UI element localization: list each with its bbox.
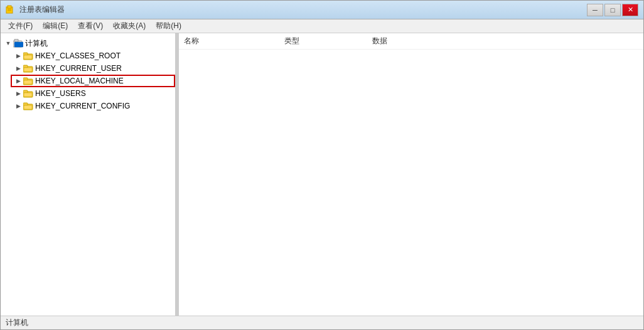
title-bar: 注册表编辑器 ─ □ ✕ — [1, 1, 643, 19]
tree-node-hkcu[interactable]: ▶ HKEY_CURRENT_USER — [11, 62, 175, 75]
status-text: 计算机 — [6, 317, 28, 328]
expand-hkcr-icon[interactable]: ▶ — [13, 51, 23, 61]
svg-rect-1 — [8, 6, 11, 8]
detail-panel: 名称 类型 数据 — [179, 33, 643, 316]
svg-rect-12 — [24, 68, 32, 72]
computer-folder-icon — [13, 39, 23, 48]
tree-node-hkcc[interactable]: ▶ HKEY_CURRENT_CONFIG — [11, 100, 175, 112]
expand-computer-icon[interactable]: ▼ — [3, 38, 13, 48]
col-type: 类型 — [284, 36, 372, 46]
svg-rect-21 — [24, 105, 32, 109]
svg-rect-6 — [14, 42, 23, 47]
minimize-button[interactable]: ─ — [587, 4, 603, 16]
tree-node-hkcr[interactable]: ▶ HKEY_CLASSES_ROOT — [11, 50, 175, 62]
folder-hkcr-icon — [23, 51, 33, 60]
hku-label: HKEY_USERS — [35, 89, 86, 98]
hkcr-label: HKEY_CLASSES_ROOT — [35, 51, 121, 60]
hkcu-label: HKEY_CURRENT_USER — [35, 64, 122, 73]
title-bar-left: 注册表编辑器 — [6, 4, 65, 15]
svg-rect-14 — [23, 78, 28, 80]
tree-panel: ▼ 计算机 ▶ — [1, 33, 176, 316]
title-bar-controls: ─ □ ✕ — [587, 4, 638, 16]
menu-favorites[interactable]: 收藏夹(A) — [108, 19, 151, 33]
main-content: ▼ 计算机 ▶ — [1, 33, 643, 316]
svg-rect-17 — [23, 90, 28, 93]
expand-hkcu-icon[interactable]: ▶ — [13, 63, 23, 73]
menu-view[interactable]: 查看(V) — [73, 19, 108, 33]
folder-hklm-icon — [23, 77, 33, 85]
menu-file[interactable]: 文件(F) — [3, 19, 38, 33]
regedit-icon — [6, 5, 16, 15]
window-title: 注册表编辑器 — [19, 4, 65, 15]
svg-rect-20 — [23, 103, 28, 105]
menu-edit[interactable]: 编辑(E) — [38, 19, 73, 33]
svg-rect-11 — [23, 65, 28, 68]
menu-help[interactable]: 帮助(H) — [151, 19, 186, 33]
close-button[interactable]: ✕ — [622, 4, 638, 16]
expand-hkcc-icon[interactable]: ▶ — [13, 101, 23, 111]
detail-header: 名称 类型 数据 — [179, 33, 643, 50]
folder-hkcu-icon — [23, 64, 33, 73]
tree-root: ▼ 计算机 ▶ — [1, 36, 175, 114]
tree-node-hklm[interactable]: ▶ HKEY_LOCAL_MACHINE — [11, 75, 175, 87]
menu-bar: 文件(F) 编辑(E) 查看(V) 收藏夹(A) 帮助(H) — [1, 19, 643, 33]
expand-hku-icon[interactable]: ▶ — [13, 88, 23, 98]
col-data: 数据 — [372, 36, 638, 46]
tree-node-computer[interactable]: ▼ 计算机 — [1, 37, 175, 50]
svg-rect-9 — [24, 55, 32, 59]
folder-hku-icon — [23, 89, 33, 98]
main-window: 注册表编辑器 ─ □ ✕ 文件(F) 编辑(E) 查看(V) 收藏夹(A) 帮助… — [0, 0, 644, 330]
maximize-button[interactable]: □ — [604, 4, 621, 16]
hklm-label: HKEY_LOCAL_MACHINE — [35, 77, 124, 85]
svg-rect-15 — [24, 80, 32, 84]
folder-hkcc-icon — [23, 102, 33, 110]
svg-rect-18 — [24, 93, 32, 97]
tree-node-hku[interactable]: ▶ HKEY_USERS — [11, 87, 175, 100]
tree-children: ▶ HKEY_CLASSES_ROOT ▶ — [11, 50, 175, 112]
expand-hklm-icon[interactable]: ▶ — [13, 76, 23, 86]
svg-rect-8 — [23, 53, 28, 55]
col-name: 名称 — [184, 36, 284, 46]
status-bar: 计算机 — [1, 316, 643, 329]
svg-rect-5 — [14, 39, 18, 42]
computer-label: 计算机 — [25, 38, 48, 49]
hkcc-label: HKEY_CURRENT_CONFIG — [35, 102, 130, 110]
